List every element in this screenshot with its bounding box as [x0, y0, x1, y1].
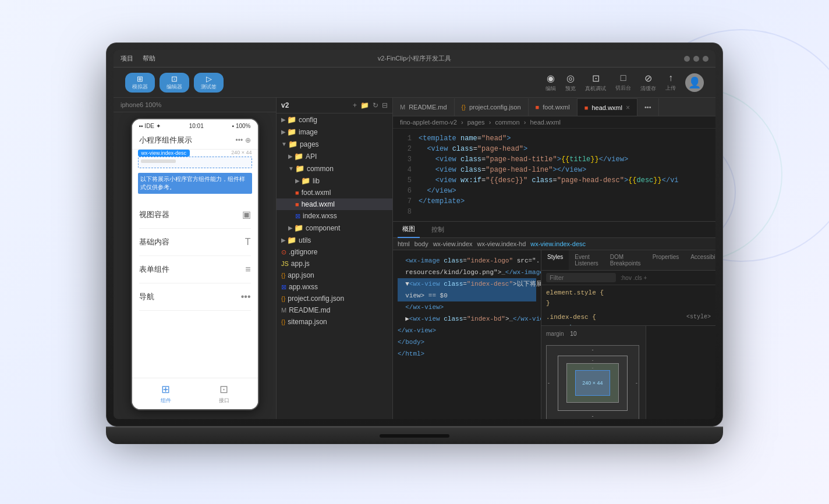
box-padding: - 240 × 44: [566, 363, 619, 403]
code-line-5: 5 <view wx:if="{{desc}}" class="page-hea…: [393, 175, 715, 186]
styles-tab-events[interactable]: Event Listeners: [569, 250, 604, 270]
phone-app-title: 小程序组件展示: [139, 135, 192, 145]
phone-menu-item-0[interactable]: 视图容器 ▣: [139, 201, 251, 229]
tree-item-index-wxss[interactable]: ⊠ index.wxss: [277, 210, 392, 222]
toolbar-action-clear[interactable]: ⊘ 清缓存: [640, 73, 656, 93]
tab-project-config[interactable]: {} project.config.json: [455, 98, 529, 116]
menu-project[interactable]: 项目: [121, 54, 133, 63]
tree-item-image[interactable]: ▶ 📁 image: [277, 126, 392, 138]
phone-tab-api[interactable]: ⊡ 接口: [219, 383, 229, 404]
tree-item-utils[interactable]: ▶ 📁 utils: [277, 234, 392, 246]
html-tree[interactable]: <wx-image class="index-logo" src="../res…: [393, 250, 541, 419]
tab-foot-wxml[interactable]: ■ foot.wxml: [529, 98, 578, 116]
form-icon: ≡: [245, 264, 250, 275]
tree-item-api[interactable]: ▶ 📁 API: [277, 150, 392, 162]
user-avatar[interactable]: 👤: [685, 73, 704, 92]
main-content: iphone6 100% ▪▪ IDE ✦ 10:01 ▪ 100%: [114, 98, 715, 419]
mode-btn-simulate[interactable]: ⊞ 模拟器: [125, 73, 155, 93]
toolbar-action-device[interactable]: ⊡ 真机调试: [585, 73, 606, 93]
tree-item-component[interactable]: ▶ 📁 component: [277, 222, 392, 234]
win-minimize[interactable]: [684, 56, 690, 62]
phone-menu-item-1[interactable]: 基础内容 T: [139, 229, 251, 256]
phone-tab-components[interactable]: ⊞ 组件: [161, 383, 171, 404]
styles-tab-access[interactable]: Accessibility: [685, 250, 715, 270]
tab-close-icon[interactable]: ×: [626, 104, 630, 112]
chevron-icon: ▶: [281, 116, 286, 123]
toolbar-action-background[interactable]: □ 切后台: [615, 73, 631, 92]
styles-filter-input[interactable]: [546, 273, 616, 282]
refresh-icon[interactable]: ↻: [373, 101, 378, 109]
clear-icon: ⊘: [644, 73, 652, 84]
upload-label: 上传: [665, 84, 676, 92]
js-icon: JS: [281, 260, 289, 267]
toolbar-action-preview[interactable]: ◎ 预览: [565, 73, 576, 93]
tab-readme[interactable]: M README.md: [393, 98, 455, 116]
mode-btn-editor[interactable]: ⊡ 编辑器: [160, 73, 189, 93]
folder-icon: 📁: [288, 140, 297, 148]
tree-item-project-config[interactable]: {} project.config.json: [277, 293, 392, 304]
tree-item-gitignore[interactable]: ⊙ .gitignore: [277, 246, 392, 258]
laptop-base: [106, 427, 723, 444]
phone-highlight-box: [138, 157, 252, 168]
tree-item-app-js[interactable]: JS app.js: [277, 258, 392, 269]
devtools-bc-body[interactable]: body: [414, 240, 428, 247]
breadcrumb: fino-applet-demo-v2 › pages › common › h…: [393, 116, 715, 129]
styles-tab-props[interactable]: Properties: [647, 250, 685, 270]
devtools-bc-wxdesc[interactable]: wx-view.index-desc: [530, 240, 586, 247]
devtools-bc-wxhd[interactable]: wx-view.index-hd: [477, 240, 526, 247]
devtools-content: <wx-image class="index-logo" src="../res…: [393, 250, 715, 419]
tree-item-common[interactable]: ▼ 📁 common: [277, 162, 392, 175]
win-maximize[interactable]: [693, 56, 699, 62]
toolbar-right: ◉ 编辑 ◎ 预览 ⊡ 真机调试 □ 切后台: [545, 73, 704, 93]
devtools-tab-overview[interactable]: 概图: [398, 221, 420, 238]
devtools-bc-wxview[interactable]: wx-view.index: [433, 240, 473, 247]
clear-label: 清缓存: [640, 85, 656, 93]
tree-item-app-wxss[interactable]: ⊠ app.wxss: [277, 281, 392, 293]
code-line-7: 7 </template>: [393, 196, 715, 207]
tree-item-sitemap[interactable]: {} sitemap.json: [277, 316, 392, 328]
devtools-bc-html[interactable]: html: [398, 240, 410, 247]
styles-filter-hint: :hov .cls +: [621, 275, 647, 281]
phone-status-bar: ▪▪ IDE ✦ 10:01 ▪ 100%: [132, 119, 258, 132]
code-area[interactable]: 1 <template name="head"> 2 <view class="…: [393, 129, 715, 221]
tab-more[interactable]: •••: [637, 98, 659, 116]
phone-battery: ▪ 100%: [232, 123, 251, 129]
styles-tab-dom[interactable]: DOM Breakpoints: [604, 250, 647, 270]
tree-item-readme[interactable]: M README.md: [277, 304, 392, 316]
folder-icon: 📁: [301, 176, 310, 185]
tree-item-pages[interactable]: ▼ 📁 pages: [277, 138, 392, 150]
toolbar-action-upload[interactable]: ↑ 上传: [665, 73, 676, 92]
html-node-3[interactable]: view> == $0: [398, 290, 536, 301]
phone-menu-item-2[interactable]: 表单组件 ≡: [139, 256, 251, 283]
devtools-tab-control[interactable]: 控制: [427, 222, 449, 237]
mode-btn-test[interactable]: ▷ 测试签: [194, 73, 224, 93]
collapse-all-icon[interactable]: ⊟: [382, 101, 388, 109]
mode-label-simulate: 模拟器: [132, 83, 148, 91]
chevron-icon: ▶: [281, 129, 286, 135]
laptop-body: 项目 帮助 v2-FinClip小程序开发工具 ⊞: [106, 42, 723, 427]
tree-item-app-json[interactable]: {} app.json: [277, 269, 392, 281]
phone-signal: ▪▪ IDE ✦: [139, 123, 161, 129]
app-title: v2-FinClip小程序开发工具: [378, 54, 452, 63]
new-folder-icon[interactable]: 📁: [360, 101, 369, 109]
styles-tab-styles[interactable]: Styles: [541, 250, 569, 270]
phone-menu-item-3[interactable]: 导航 •••: [139, 283, 251, 311]
win-close[interactable]: [703, 56, 708, 62]
toolbar-action-edit[interactable]: ◉ 编辑: [545, 73, 556, 93]
tree-item-foot-wxml[interactable]: ■ foot.wxml: [277, 187, 392, 198]
new-file-icon[interactable]: +: [353, 101, 357, 109]
toolbar: ⊞ 模拟器 ⊡ 编辑器 ▷ 测试签: [114, 68, 715, 98]
tree-item-head-wxml[interactable]: ■ head.wxml: [277, 198, 392, 210]
tab-head-wxml[interactable]: ■ head.wxml ×: [578, 98, 637, 116]
file-tree-root: v2: [281, 101, 289, 109]
menu-help[interactable]: 帮助: [143, 54, 155, 63]
laptop: 项目 帮助 v2-FinClip小程序开发工具 ⊞: [106, 42, 723, 462]
tree-item-config[interactable]: ▶ 📁 config: [277, 113, 392, 126]
tree-item-lib[interactable]: ▶ 📁 lib: [277, 175, 392, 187]
breadcrumb-item-2: common: [495, 119, 519, 126]
html-node-1: resources/kind/logo.png">_</wx-image>: [398, 267, 536, 278]
json-icon: {}: [281, 272, 285, 279]
html-node-2[interactable]: ▼<wx-view class="index-desc">以下将展示小程序官方组…: [398, 278, 536, 290]
folder-icon: 📁: [294, 223, 303, 232]
code-line-2: 2 <view class="page-head">: [393, 144, 715, 154]
